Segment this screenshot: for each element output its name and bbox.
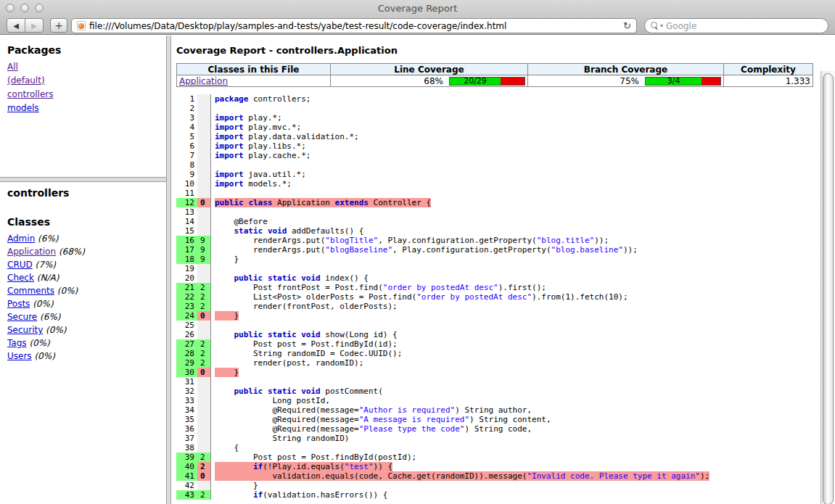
class-link-CRUD[interactable]: CRUD [7,260,33,270]
complexity-cell: 1.333 [724,75,813,87]
hit-count: 2 [197,358,211,368]
hit-count: 0 [197,368,211,377]
line-number: 29 [176,358,197,368]
hit-count [197,330,211,339]
code-text: import play.libs.*; [211,141,820,151]
class-link-Admin[interactable]: Admin [7,234,35,244]
class-coverage-pct: (0%) [32,351,55,361]
uncovered-highlight: public class Application extends Control… [215,198,431,207]
line-number: 8 [176,160,197,170]
browser-window: Coverage Report ◀ ▶ + file:///Volumes/Da… [0,0,835,504]
source-line-23: 232 render(frontPost, olderPosts); [176,302,820,311]
line-number: 43 [176,490,197,500]
packages-frame: Packages All(default)controllersmodels [0,36,166,177]
line-number: 37 [176,434,197,443]
hit-count [197,160,211,170]
scrollbar-thumb[interactable] [823,73,834,504]
address-url[interactable]: file:///Volumes/Data/Desktop/play/sample… [89,21,619,31]
frame-horizontal-divider[interactable] [0,177,166,182]
line-number: 26 [176,330,197,339]
vertical-scrollbar[interactable]: ▲ ▼ [820,71,835,504]
line-number: 10 [176,179,197,189]
class-link-Security[interactable]: Security [7,325,43,335]
class-coverage-pct: (0%) [27,338,50,348]
code-text: import play.mvc.*; [211,123,820,132]
new-tab-button[interactable]: + [50,18,67,33]
class-link-Comments[interactable]: Comments [7,286,54,296]
frame-vertical-divider[interactable] [166,36,171,504]
package-link-All[interactable]: All [7,62,18,72]
line-number: 5 [176,132,197,141]
source-line-22: 222 List<Post> olderPosts = Post.find("o… [176,292,820,302]
forward-button[interactable]: ▶ [25,18,44,33]
address-bar[interactable]: file:///Volumes/Data/Desktop/play/sample… [71,18,637,33]
class-link[interactable]: Application [179,76,228,86]
hit-count [197,113,211,123]
code-text: renderArgs.put("blogBaseline", Play.conf… [211,245,820,255]
source-line-34: 34 @Required(message="Author is required… [176,405,820,415]
package-link-controllers[interactable]: controllers [7,89,54,99]
hit-count: 2 [197,349,211,358]
hit-count [197,151,211,160]
search-icon [651,22,659,30]
code-text: import play.*; [211,113,820,123]
line-number: 9 [176,170,197,179]
uncovered-highlight: } [215,311,239,321]
class-link-Tags[interactable]: Tags [7,338,27,348]
class-coverage-pct: (6%) [35,234,58,244]
code-text: } [211,481,820,490]
title-bar[interactable]: Coverage Report [0,0,835,16]
classes-frame: controllers Classes Admin (6%)Applicatio… [0,182,166,504]
code-text: } [211,311,820,321]
uncovered-highlight: if(!Play.id.equals("test")) { [215,462,392,471]
source-line-11: 11 [176,189,820,198]
class-link-Check[interactable]: Check [7,273,34,283]
class-link-Posts[interactable]: Posts [7,299,30,309]
line-number: 24 [176,311,197,321]
code-text: Long postId, [211,396,820,405]
line-number: 33 [176,396,197,405]
hit-count: 2 [197,283,211,292]
package-link-default[interactable]: (default) [7,75,45,86]
class-coverage-pct: (0%) [30,299,53,309]
line-coverage-cell: 68% 20/29 [331,75,528,87]
line-number: 1 [176,94,197,104]
reload-icon[interactable]: ↻ [623,20,631,31]
class-link-Application[interactable]: Application [7,247,56,257]
code-text: import java.util.*; [211,170,820,179]
line-number: 40 [176,462,197,471]
line-number: 17 [176,245,197,255]
search-field[interactable]: ▾ Google [644,18,828,33]
source-line-32: 32 public static void postComment( [176,387,820,396]
hit-count: 2 [197,302,211,311]
source-line-15: 15 static void addDefaults() { [176,226,820,236]
class-name-cell: Application [177,75,331,87]
line-number: 36 [176,424,197,434]
package-link-models[interactable]: models [7,103,39,113]
source-line-19: 19 [176,264,820,273]
line-coverage-pct: 68% [424,76,443,86]
line-number: 12 [176,198,197,207]
hit-count [197,443,211,453]
class-item-Application: Application (68%) [7,247,159,257]
line-number: 22 [176,292,197,302]
source-line-16: 169 renderArgs.put("blogTitle", Play.con… [176,236,820,245]
class-item-Tags: Tags (0%) [7,338,159,348]
hit-count [197,141,211,151]
branch-coverage-cell: 75% 3/4 [528,75,724,87]
page-content: Packages All(default)controllersmodels c… [0,36,835,504]
code-text: if(validation.hasErrors()) { [211,490,820,500]
code-text: } [211,255,820,264]
class-link-Secure[interactable]: Secure [7,312,37,322]
back-button[interactable]: ◀ [7,18,25,33]
class-link-Users[interactable]: Users [7,351,32,361]
search-engine-chevron-icon[interactable]: ▾ [660,22,663,29]
line-coverage-bar: 20/29 [449,77,525,86]
line-number: 21 [176,283,197,292]
line-number: 35 [176,415,197,424]
line-coverage-bar-red [501,78,525,85]
code-text: } [211,368,820,377]
coverage-summary-table: Classes in this File Line Coverage Branc… [176,63,813,87]
class-coverage-pct: (0%) [54,286,78,296]
header-branch-coverage: Branch Coverage [528,64,724,75]
